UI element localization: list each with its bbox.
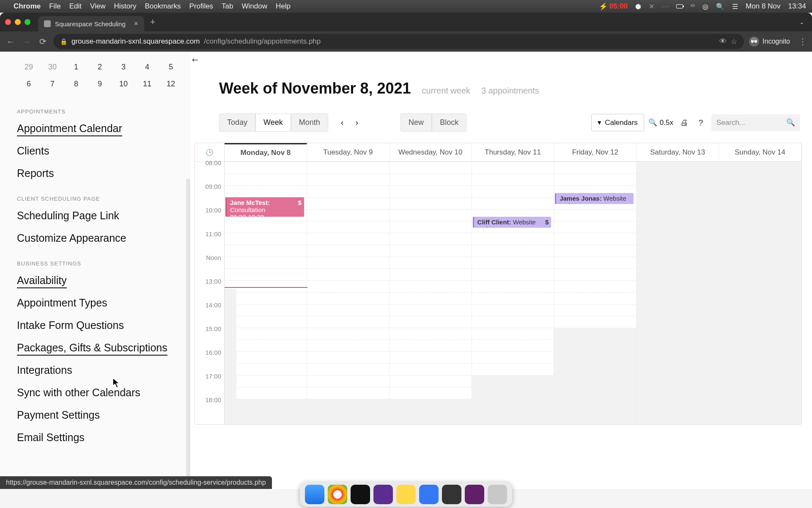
sidebar-item-packages[interactable]: Packages, Gifts & Subscriptions — [17, 342, 167, 356]
help-icon[interactable]: ? — [694, 118, 707, 127]
dropbox-icon[interactable]: ⬢ — [635, 3, 641, 11]
dock-vscode-icon[interactable] — [373, 485, 393, 504]
browser-tab[interactable]: Squarespace Scheduling × — [38, 16, 144, 31]
new-tab-button[interactable]: + — [150, 17, 156, 28]
eye-off-icon[interactable]: 👁 — [719, 37, 727, 46]
sidebar-item-intake-form-questions[interactable]: Intake Form Questions — [17, 319, 124, 333]
sidebar-item-payment-settings[interactable]: Payment Settings — [17, 409, 100, 423]
calendars-filter-button[interactable]: ▾ Calendars — [591, 114, 644, 131]
lock-icon[interactable]: 🔒 — [60, 38, 67, 45]
window-close-button[interactable] — [5, 19, 11, 25]
sidebar-item-availability[interactable]: Availability — [17, 274, 67, 288]
sidebar-item-clients[interactable]: Clients — [17, 145, 49, 159]
sidebar-item-appointment-calendar[interactable]: Appointment Calendar — [17, 122, 122, 136]
dock-slack-icon[interactable] — [465, 485, 484, 504]
dock-terminal-icon[interactable] — [351, 485, 370, 504]
spotlight-icon[interactable]: 🔍 — [716, 3, 724, 11]
dock-notes-icon[interactable] — [396, 485, 416, 504]
dock-trash-icon[interactable] — [488, 485, 507, 504]
window-zoom-button[interactable] — [25, 19, 30, 25]
mini-cal-day[interactable]: 12 — [159, 75, 183, 92]
sync-icon[interactable]: ⋯ — [662, 3, 669, 11]
day-col-fri[interactable]: James Jonas: Website review — [554, 162, 636, 424]
day-header-thu[interactable]: Thursday, Nov 11 — [472, 143, 554, 161]
day-col-wed[interactable] — [390, 162, 472, 424]
sidebar-item-email-settings[interactable]: Email Settings — [17, 431, 85, 445]
incognito-badge[interactable]: 🕶 Incognito — [749, 36, 790, 47]
day-col-mon[interactable]: Jane McTest: Consultation 09:30-10:20 $ — [225, 162, 307, 424]
day-header-tue[interactable]: Tuesday, Nov 9 — [307, 143, 390, 161]
new-button[interactable]: New — [401, 113, 432, 132]
month-view-button[interactable]: Month — [291, 113, 328, 132]
mini-cal-day[interactable]: 7 — [41, 75, 64, 92]
menu-tab[interactable]: Tab — [222, 2, 233, 11]
event-cliff-client[interactable]: Cliff Client: Website review $ — [473, 217, 551, 228]
day-header-wed[interactable]: Wednesday, Nov 10 — [390, 143, 472, 161]
sidebar-item-reports[interactable]: Reports — [17, 167, 54, 181]
dock-app-icon[interactable] — [442, 485, 461, 504]
mini-cal-day[interactable]: 1 — [64, 58, 88, 75]
menu-profiles[interactable]: Profiles — [189, 2, 213, 11]
menu-bookmarks[interactable]: Bookmarks — [145, 2, 181, 11]
print-icon[interactable]: 🖨 — [678, 118, 690, 127]
day-header-fri[interactable]: Friday, Nov 12 — [554, 143, 636, 161]
event-jane-mctest[interactable]: Jane McTest: Consultation 09:30-10:20 $ — [225, 197, 304, 217]
dock-finder-icon[interactable] — [305, 485, 324, 504]
notification-icon[interactable]: ☰ — [732, 3, 738, 11]
day-header-mon[interactable]: Monday, Nov 8 — [225, 143, 307, 161]
today-button[interactable]: Today — [219, 113, 255, 132]
window-minimize-button[interactable] — [15, 19, 21, 25]
sidebar-item-integrations[interactable]: Integrations — [17, 364, 72, 378]
mini-cal-day[interactable]: 29 — [17, 58, 41, 75]
wifi-icon[interactable]: ⌔ — [691, 3, 695, 10]
mini-cal-day[interactable]: 8 — [64, 75, 88, 92]
mini-cal-day[interactable]: 2 — [88, 58, 112, 75]
bookmark-star-icon[interactable]: ☆ — [731, 37, 737, 46]
battery-status[interactable]: ⚡05:00 — [599, 2, 628, 11]
day-header-sat[interactable]: Saturday, Nov 13 — [636, 143, 719, 161]
mini-cal-day[interactable]: 9 — [88, 75, 112, 92]
sidebar-item-scheduling-page-link[interactable]: Scheduling Page Link — [17, 210, 119, 224]
mini-cal-day[interactable]: 5 — [159, 58, 183, 75]
menu-window[interactable]: Window — [242, 2, 267, 11]
battery-icon[interactable] — [676, 3, 683, 10]
dock-mail-icon[interactable] — [419, 485, 439, 504]
mini-cal-day[interactable]: 11 — [135, 75, 159, 92]
omnibox[interactable]: 🔒 grouse-mandarin-sxnl.squarespace.com/c… — [53, 34, 744, 49]
next-week-icon[interactable]: › — [355, 118, 358, 127]
day-col-tue[interactable] — [307, 162, 390, 424]
menu-history[interactable]: History — [114, 2, 136, 11]
mini-cal-day[interactable]: 4 — [135, 58, 159, 75]
menubar-time[interactable]: 13:34 — [788, 2, 806, 11]
menu-help[interactable]: Help — [276, 2, 291, 11]
sidebar-item-sync-calendars[interactable]: Sync with other Calendars — [17, 387, 140, 400]
mini-cal-day[interactable]: 3 — [112, 58, 135, 75]
tab-list-dropdown-icon[interactable]: ⌄ — [799, 19, 804, 25]
tool-icon[interactable]: ✕ — [649, 3, 654, 11]
prev-week-icon[interactable]: ‹ — [341, 118, 344, 127]
sidebar-item-appointment-types[interactable]: Appointment Types — [17, 297, 107, 311]
collapse-sidebar-icon[interactable]: ↖ — [189, 54, 200, 65]
day-col-sat[interactable] — [636, 162, 719, 424]
day-col-thu[interactable]: Cliff Client: Website review $ — [472, 162, 554, 424]
block-button[interactable]: Block — [432, 113, 466, 132]
mini-cal-day[interactable]: 6 — [17, 75, 41, 92]
tab-close-icon[interactable]: × — [134, 19, 138, 28]
menu-app[interactable]: Chrome — [14, 2, 41, 11]
menu-view[interactable]: View — [90, 2, 106, 11]
nav-reload-button[interactable]: ⟳ — [37, 36, 48, 47]
menu-edit[interactable]: Edit — [69, 2, 82, 11]
menubar-date[interactable]: Mon 8 Nov — [746, 2, 780, 11]
control-center-icon[interactable]: ◎ — [702, 3, 708, 11]
day-col-sun[interactable] — [719, 162, 801, 424]
sidebar-scrollbar[interactable] — [186, 179, 190, 489]
menu-file[interactable]: File — [49, 2, 60, 11]
week-view-button[interactable]: Week — [255, 113, 291, 132]
sidebar-item-customize-appearance[interactable]: Customize Appearance — [17, 232, 126, 246]
event-james-jonas[interactable]: James Jonas: Website review — [555, 193, 634, 204]
mini-cal-day[interactable]: 10 — [112, 75, 135, 92]
search-input[interactable]: Search... 🔍 — [711, 114, 800, 131]
nav-back-button[interactable]: ← — [5, 37, 16, 47]
chrome-menu-icon[interactable]: ⋮ — [798, 36, 807, 47]
mini-cal-day[interactable]: 30 — [41, 58, 64, 75]
